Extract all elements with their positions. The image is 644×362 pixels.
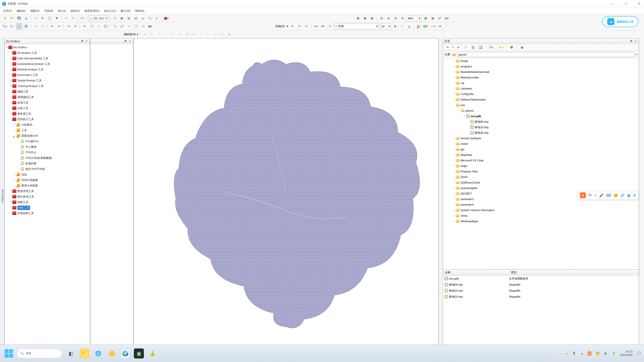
toolbox-item[interactable]: +Spatial Analyst 工具 xyxy=(9,78,89,83)
edit-tool-11[interactable]: ▭ xyxy=(212,31,218,37)
folder-exe[interactable]: − exe xyxy=(443,102,639,108)
tool-button-1[interactable]: ▦ xyxy=(119,15,125,21)
ime-settings-icon[interactable]: ⚙ xyxy=(633,193,636,197)
app2-task-icon[interactable]: 🍐 xyxy=(147,348,157,358)
catalog-folder[interactable]: +arcgispro xyxy=(443,64,639,69)
print-button[interactable]: 🖨 xyxy=(23,15,29,21)
catalog-options-button[interactable]: ▦ xyxy=(519,44,525,51)
menu-select[interactable]: 选择(S) xyxy=(70,9,80,13)
hyperlink-button[interactable]: ⚡ xyxy=(96,23,102,29)
col-name[interactable]: 名称 xyxy=(443,269,509,275)
menu-file[interactable]: 文件(F) xyxy=(3,9,12,13)
tray-battery-icon[interactable]: 🔋 xyxy=(612,352,616,355)
chevron-down-icon[interactable]: ▾ xyxy=(287,25,288,28)
viewer-window-button[interactable]: ▭ xyxy=(140,23,146,29)
editor-menu[interactable]: 编辑器(R) xyxy=(124,32,136,36)
tray-onedrive-icon[interactable]: ☁ xyxy=(580,352,583,355)
back-button[interactable]: ⬅ xyxy=(445,44,451,51)
menu-window[interactable]: 窗口(W) xyxy=(120,9,131,13)
geoprocessing-tool[interactable]: 线性方向平均值 xyxy=(17,166,89,172)
fill-color-button[interactable]: ▾ xyxy=(423,23,429,29)
geoprocessing-tool[interactable]: 标准距离 xyxy=(17,161,89,166)
edit-tool-8[interactable]: ⊔ xyxy=(191,31,197,37)
geoprocessing-tool[interactable]: 方向分布(标准差椭圆) xyxy=(17,155,89,161)
toolbox-item[interactable]: +制图工具 xyxy=(9,199,89,205)
edit-tool-14[interactable]: ⋮ xyxy=(233,31,239,37)
catalog-file-row[interactable]: 耕地20.shpShapefile xyxy=(443,294,639,300)
scale-selector[interactable]: 1: 765, 603 ▾ xyxy=(89,16,108,21)
italic-button[interactable]: I xyxy=(399,23,405,29)
goto-xy-button[interactable]: ⌖ xyxy=(126,23,132,29)
font-size-selector[interactable]: 10 ▾ xyxy=(380,24,391,29)
chevron-down-icon[interactable]: ▾ xyxy=(419,17,420,20)
fixed-zoom-in[interactable]: ⤢ xyxy=(32,23,38,29)
menu-customize[interactable]: 自定义(C) xyxy=(104,9,116,13)
toolbox-item[interactable]: +Tracking Analyst 工具 xyxy=(9,83,89,89)
toolbox-item[interactable]: +Data Interoperability 工具 xyxy=(9,56,89,61)
layout-tool-7[interactable]: ⊞ xyxy=(399,15,406,21)
catalog-folder[interactable]: +BaiduSyncdisk xyxy=(443,75,639,80)
draw-rotate[interactable]: ⟳ xyxy=(296,23,302,29)
ime-mic-icon[interactable]: 🎤 xyxy=(599,193,603,197)
edit-tool-7[interactable]: ⊓ xyxy=(184,31,190,37)
toolset-item[interactable]: +渲染 xyxy=(13,172,89,177)
ime-punct-icon[interactable]: •, xyxy=(594,193,597,197)
select-features-button[interactable]: ⬚▾ xyxy=(65,23,71,29)
add-data-button[interactable]: ✚▾ xyxy=(79,15,85,21)
edit-tool-10[interactable]: ○ xyxy=(205,31,211,37)
catalog-shapefile[interactable]: 耕地10.shp xyxy=(443,124,639,130)
menu-bookmarks[interactable]: 书签(B) xyxy=(44,9,53,13)
geoprocessing-tool[interactable]: 中位数中心 xyxy=(17,139,89,144)
ime-grid-icon[interactable]: ▦ xyxy=(627,193,630,197)
search-button[interactable]: 🔍 xyxy=(147,15,153,21)
chevron-down-icon[interactable]: ▾ xyxy=(376,25,378,28)
catalog-folder[interactable]: +MapData xyxy=(443,152,639,158)
new-button[interactable]: 🗋 xyxy=(2,15,8,21)
right-scrollbar[interactable] xyxy=(639,38,644,352)
upload-button[interactable]: ☁ 拖拽至此上传 xyxy=(602,16,638,27)
pointer-button[interactable]: ➤ xyxy=(82,23,88,29)
tool-extra-button[interactable]: ▦▾ xyxy=(147,23,153,29)
forward-button[interactable]: ➡ xyxy=(455,44,461,51)
layout-tool-2[interactable]: ▦ xyxy=(362,15,368,21)
clear-selection-button[interactable]: ⊘ xyxy=(72,23,78,29)
bold-button[interactable]: B xyxy=(392,23,398,29)
map-canvas[interactable] xyxy=(135,40,437,345)
toolbox-item[interactable]: +Schematics 工具 xyxy=(9,72,89,78)
undo-button[interactable]: ↶ xyxy=(63,15,69,21)
catalog-folder[interactable]: +arcgis xyxy=(443,58,639,64)
tray-volume-icon[interactable]: 🔊 xyxy=(604,352,608,355)
arcmap-task-icon[interactable]: 🌍 xyxy=(120,348,130,358)
tray-sogou-icon[interactable]: S xyxy=(588,351,591,355)
redo-button[interactable]: ↷ xyxy=(70,15,76,21)
file-explorer-icon[interactable]: 📁 xyxy=(79,348,90,358)
catalog-folder[interactable]: +invest xyxy=(443,141,639,147)
toolset-item[interactable]: +聚类分布制图 xyxy=(13,183,89,188)
save-button[interactable]: 💾 xyxy=(16,15,22,21)
open-button[interactable]: 📂 xyxy=(9,15,15,21)
ime-lang[interactable]: 中 xyxy=(588,193,592,198)
identify-button[interactable]: ⓘ xyxy=(89,23,95,29)
draw-edit[interactable]: ✎ xyxy=(327,23,333,29)
pin-icon[interactable]: 📌 xyxy=(124,39,127,43)
layout-tool-10[interactable]: 🔗 xyxy=(437,15,443,21)
close-icon[interactable]: ✕ xyxy=(634,39,637,43)
tool-button-2[interactable]: ▤ xyxy=(126,15,132,21)
location-input[interactable] xyxy=(457,52,634,57)
layout-tool-11[interactable]: ▤▾ xyxy=(444,15,450,21)
pan-button[interactable]: ✋ xyxy=(16,23,22,29)
toolbox-item-spatial-stats[interactable]: − 空间统计工具 xyxy=(9,116,89,122)
catalog-folder[interactable]: +origin xyxy=(443,163,639,169)
catalog-shapefile[interactable]: 耕地00.shp xyxy=(443,119,639,124)
toolbox-cat-analysis-mode[interactable]: + 分析模式 xyxy=(13,122,89,127)
catalog-folder[interactable]: +QGIS xyxy=(443,174,639,180)
close-icon[interactable]: ✕ xyxy=(128,39,132,43)
catalog-folder[interactable]: +caj xyxy=(443,80,639,86)
toolbox-cat-tools[interactable]: + 工具 xyxy=(13,127,89,133)
catalog-folder[interactable]: +Temp xyxy=(443,213,639,218)
underline-button[interactable]: U xyxy=(406,23,412,29)
app-task-icon[interactable]: ▣ xyxy=(134,348,144,358)
catalog-folder[interactable]: +GeoDa Software xyxy=(443,135,639,141)
draw-zoom[interactable]: ⊙ xyxy=(303,23,309,29)
edit-tool-6[interactable]: ✦ xyxy=(177,31,183,37)
